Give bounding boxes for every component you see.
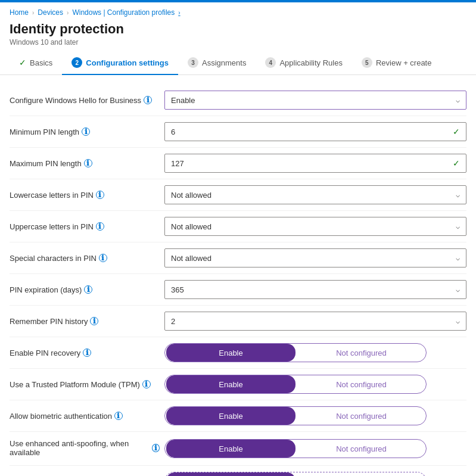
tab-review-step: 5: [362, 57, 372, 68]
toggle-pin-recovery-not-configured[interactable]: Not configured: [297, 344, 426, 362]
toggle-anti-spoofing[interactable]: Enable Not configured: [164, 439, 427, 458]
tab-configuration[interactable]: 2 Configuration settings: [62, 51, 178, 75]
label-pin-recovery: Enable PIN recovery ℹ: [10, 349, 164, 357]
tab-assign-step: 3: [188, 57, 198, 68]
info-configure-whfb[interactable]: ℹ: [144, 96, 152, 104]
info-lowercase[interactable]: ℹ: [96, 191, 104, 199]
breadcrumb-sep-2: ›: [67, 10, 69, 16]
breadcrumb-config-profiles[interactable]: Windows | Configuration profiles: [72, 8, 175, 17]
dropdown-lowercase-arrow: ⌵: [456, 191, 460, 199]
info-biometric[interactable]: ℹ: [114, 412, 123, 420]
page-subtitle: Windows 10 and later: [10, 38, 466, 46]
tab-assignments[interactable]: 3 Assignments: [178, 51, 256, 75]
toggle-certificate-enable[interactable]: Enable: [166, 472, 295, 476]
dropdown-lowercase[interactable]: Not allowed ⌵: [164, 185, 466, 204]
label-pin-expiration: PIN expiration (days) ℹ: [10, 285, 164, 294]
tab-config-step: 2: [71, 57, 82, 68]
setting-pin-recovery: Enable PIN recovery ℹ Enable Not configu…: [10, 337, 466, 369]
control-configure-whfb: Enable ⌵: [164, 91, 466, 110]
label-max-pin: Maximum PIN length ℹ: [10, 159, 164, 168]
tab-applic-step: 4: [265, 57, 276, 68]
settings-content: Configure Windows Hello for Business ℹ E…: [0, 85, 476, 476]
toggle-tpm-enable[interactable]: Enable: [166, 375, 295, 393]
control-biometric: Enable Not configured: [164, 406, 466, 425]
dropdown-max-pin[interactable]: 127 ✓: [164, 154, 466, 173]
tab-applic-label: Applicability Rules: [279, 58, 343, 67]
setting-pin-expiration: PIN expiration (days) ℹ 365 ⌵: [10, 274, 466, 306]
label-configure-whfb: Configure Windows Hello for Business ℹ: [10, 96, 164, 105]
setting-configure-whfb: Configure Windows Hello for Business ℹ E…: [10, 85, 466, 116]
label-biometric: Allow biometric authentication ℹ: [10, 412, 164, 421]
dropdown-remember-history-arrow: ⌵: [456, 317, 460, 325]
label-tpm: Use a Trusted Platform Module (TPM) ℹ: [10, 380, 164, 389]
toggle-pin-recovery[interactable]: Enable Not configured: [164, 343, 427, 362]
tab-review-label: Review + create: [376, 58, 432, 67]
toggle-tpm-not-configured[interactable]: Not configured: [297, 375, 426, 393]
dropdown-special-chars-arrow: ⌵: [456, 254, 460, 262]
toggle-anti-spoofing-not-configured[interactable]: Not configured: [297, 440, 426, 458]
dropdown-uppercase[interactable]: Not allowed ⌵: [164, 217, 466, 236]
label-lowercase: Lowercase letters in PIN ℹ: [10, 191, 164, 200]
setting-max-pin: Maximum PIN length ℹ 127 ✓: [10, 148, 466, 179]
control-pin-recovery: Enable Not configured: [164, 343, 466, 362]
info-special-chars[interactable]: ℹ: [99, 254, 107, 262]
control-tpm: Enable Not configured: [164, 375, 466, 394]
control-pin-expiration: 365 ⌵: [164, 280, 466, 299]
toggle-tpm[interactable]: Enable Not configured: [164, 375, 427, 394]
info-tpm[interactable]: ℹ: [142, 380, 151, 388]
breadcrumb-home[interactable]: Home: [10, 8, 29, 17]
info-anti-spoofing[interactable]: ℹ: [152, 444, 160, 452]
label-uppercase: Uppercase letters in PIN ℹ: [10, 222, 164, 231]
dropdown-uppercase-arrow: ⌵: [456, 222, 460, 231]
toggle-certificate[interactable]: Enable Not configured: [164, 472, 427, 476]
dropdown-pin-expiration-arrow: ⌵: [456, 285, 460, 294]
toggle-biometric[interactable]: Enable Not configured: [164, 406, 427, 425]
dropdown-configure-whfb[interactable]: Enable ⌵: [164, 91, 466, 110]
dropdown-uppercase-value: Not allowed: [171, 222, 211, 231]
control-special-chars: Not allowed ⌵: [164, 248, 466, 267]
info-remember-history[interactable]: ℹ: [90, 317, 98, 325]
setting-remember-history: Remember PIN history ℹ 2 ⌵: [10, 306, 466, 337]
tab-review[interactable]: 5 Review + create: [352, 51, 441, 75]
dropdown-min-pin[interactable]: 6 ✓: [164, 122, 466, 141]
page-title: Identity protection: [10, 21, 466, 37]
info-min-pin[interactable]: ℹ: [82, 127, 90, 136]
breadcrumb-devices[interactable]: Devices: [38, 8, 63, 17]
toggle-pin-recovery-enable[interactable]: Enable: [166, 344, 295, 362]
control-lowercase: Not allowed ⌵: [164, 185, 466, 204]
dropdown-min-pin-value: 6: [171, 127, 175, 136]
setting-anti-spoofing: Use enhanced anti-spoofing, when availab…: [10, 432, 466, 466]
setting-biometric: Allow biometric authentication ℹ Enable …: [10, 400, 466, 432]
setting-tpm: Use a Trusted Platform Module (TPM) ℹ En…: [10, 369, 466, 400]
dropdown-pin-expiration[interactable]: 365 ⌵: [164, 280, 466, 299]
tab-basics[interactable]: ✓ Basics: [10, 52, 62, 74]
setting-special-chars: Special characters in PIN ℹ Not allowed …: [10, 242, 466, 274]
toggle-anti-spoofing-enable[interactable]: Enable: [166, 440, 295, 458]
tab-config-label: Configuration settings: [86, 58, 169, 67]
toggle-biometric-not-configured[interactable]: Not configured: [297, 407, 426, 425]
basics-check-icon: ✓: [19, 58, 26, 67]
breadcrumb-sep-1: ›: [32, 10, 34, 16]
label-min-pin: Minimum PIN length ℹ: [10, 127, 164, 136]
info-uppercase[interactable]: ℹ: [96, 222, 104, 231]
dropdown-min-pin-check: ✓: [453, 127, 460, 136]
dropdown-max-pin-check: ✓: [453, 158, 460, 168]
toggle-biometric-enable[interactable]: Enable: [166, 407, 295, 425]
dropdown-whfb-value: Enable: [171, 96, 195, 105]
control-uppercase: Not allowed ⌵: [164, 217, 466, 236]
setting-min-pin: Minimum PIN length ℹ 6 ✓: [10, 116, 466, 148]
info-max-pin[interactable]: ℹ: [84, 159, 92, 167]
control-anti-spoofing: Enable Not configured: [164, 439, 466, 458]
dropdown-special-chars[interactable]: Not allowed ⌵: [164, 248, 466, 267]
info-pin-expiration[interactable]: ℹ: [84, 285, 92, 294]
tab-applicability[interactable]: 4 Applicability Rules: [256, 51, 352, 75]
toggle-certificate-not-configured[interactable]: Not configured: [297, 472, 426, 476]
dropdown-max-pin-value: 127: [171, 159, 184, 168]
dropdown-remember-history[interactable]: 2 ⌵: [164, 312, 466, 331]
dropdown-remember-history-value: 2: [171, 317, 175, 326]
info-pin-recovery[interactable]: ℹ: [83, 349, 91, 357]
label-special-chars: Special characters in PIN ℹ: [10, 254, 164, 263]
dropdown-whfb-arrow: ⌵: [456, 96, 460, 104]
dropdown-pin-expiration-value: 365: [171, 285, 184, 294]
control-min-pin: 6 ✓: [164, 122, 466, 141]
